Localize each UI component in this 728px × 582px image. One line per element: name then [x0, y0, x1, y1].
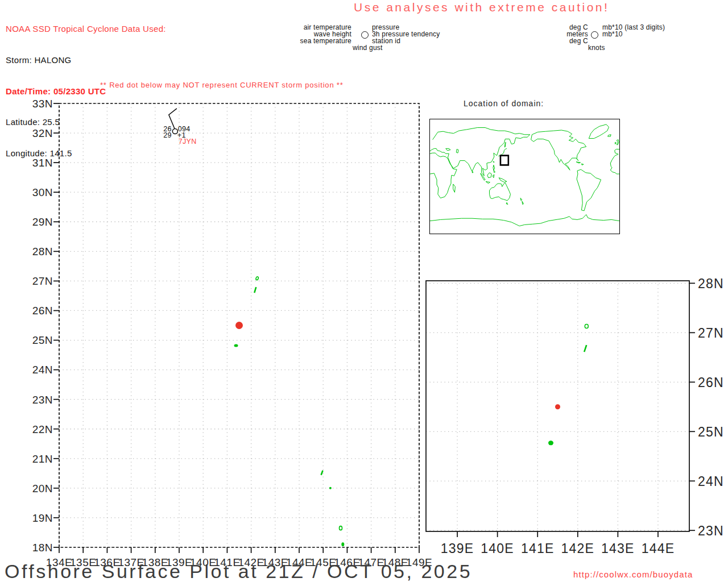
domain-extent-rect	[500, 156, 508, 165]
world-coastline	[430, 124, 619, 226]
data-source-line: NOAA SSD Tropical Cyclone Data Used:	[6, 24, 166, 34]
island	[329, 487, 332, 489]
domain-map-title: Location of domain:	[464, 99, 544, 108]
storm-name-line: Storm: HALONG	[6, 55, 166, 65]
legend-unit-knots: knots	[588, 44, 605, 52]
lat-label: 33N	[32, 98, 53, 110]
station-circle-icon	[591, 31, 598, 39]
lat-label: 26N	[32, 305, 53, 317]
lon-label: 139E	[441, 541, 474, 556]
caution-headline: Use analyses with extreme caution!	[354, 1, 609, 14]
main-surface-plot-map: 134E135E136E137E138E139E140E141E142E143E…	[34, 95, 432, 564]
legend-unit-mb10: mb*10	[602, 30, 623, 38]
lat-label: 26N	[698, 375, 724, 390]
legend-wind-gust: wind gust	[353, 44, 383, 52]
island	[340, 526, 342, 530]
lat-label: 24N	[698, 474, 724, 489]
storm-position-note: ** Red dot below may NOT represent CURRE…	[100, 81, 344, 89]
legend-unit-degc-sea: deg C	[503, 37, 588, 45]
lat-label: 18N	[32, 542, 53, 554]
lat-label: 25N	[32, 334, 53, 346]
lat-label: 28N	[698, 276, 724, 291]
legend-sea-temperature: sea temperature	[266, 37, 351, 45]
station-circle-icon	[361, 31, 369, 39]
lat-label: 28N	[32, 246, 53, 257]
page-title: Offshore Surface Plot at 21Z / OCT 05, 2…	[5, 560, 472, 582]
island	[321, 471, 323, 475]
lat-label: 30N	[32, 186, 53, 198]
obs-sea-temperature: 29	[163, 131, 172, 139]
lat-label: 23N	[698, 523, 724, 538]
lat-label: 20N	[32, 483, 53, 494]
buoy-plot-page: NOAA SSD Tropical Cyclone Data Used: Sto…	[0, 0, 728, 582]
lon-label: 141E	[521, 541, 555, 556]
island	[585, 325, 588, 329]
lon-label: 143E	[601, 541, 635, 556]
zoomed-surface-plot-map: 139E140E141E142E143E144E23N24N25N26N27N2…	[410, 273, 728, 568]
lat-label: 27N	[698, 326, 724, 340]
lon-label: 142E	[561, 541, 595, 556]
lat-label: 31N	[32, 157, 53, 169]
lat-label: 24N	[32, 364, 53, 376]
island	[234, 344, 238, 347]
lat-label: 19N	[32, 512, 53, 524]
island	[548, 440, 553, 445]
world-locator-map	[429, 119, 620, 234]
lat-label: 22N	[32, 423, 53, 435]
obs-station-id: 7JYN	[179, 138, 197, 146]
source-url-link[interactable]: http://coolwx.com/buoydata	[573, 569, 693, 579]
lat-label: 32N	[32, 127, 53, 139]
lon-label: 144E	[642, 541, 675, 556]
lat-label: 27N	[32, 275, 53, 287]
island	[341, 542, 344, 546]
lat-label: 25N	[698, 425, 724, 439]
storm-position-dot	[555, 404, 560, 409]
lon-label: 140E	[481, 541, 514, 556]
lat-label: 23N	[32, 394, 53, 406]
lat-label: 29N	[32, 216, 53, 228]
storm-position-dot	[235, 322, 243, 329]
island	[584, 345, 586, 352]
island	[254, 287, 256, 293]
island	[255, 276, 259, 280]
lat-label: 21N	[32, 453, 53, 465]
